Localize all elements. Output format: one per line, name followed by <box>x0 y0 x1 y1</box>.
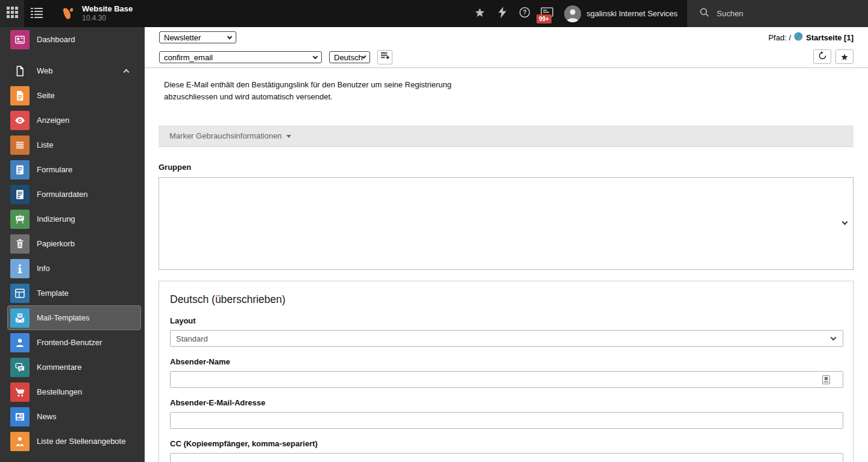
sidebar-item-label: Info <box>37 264 50 273</box>
bolt-icon <box>498 7 506 20</box>
comments-icon <box>10 358 30 377</box>
form-group: Absender-Name <box>170 357 843 388</box>
form-group: LayoutStandard <box>170 316 843 347</box>
field-label: Absender-E-Mail-Adresse <box>170 398 843 407</box>
sidebar-item-label: Dashboard <box>37 35 75 44</box>
marker-info-panel-toggle[interactable]: Marker Gebrauchsinformationen <box>159 125 854 147</box>
module-body: Diese E-Mail enthält den Bestätigungslin… <box>145 68 868 462</box>
sidebar-item-label: Seite <box>37 91 55 100</box>
sidebar-item-news[interactable]: News <box>7 404 141 429</box>
sidebar-item-liste[interactable]: Liste <box>7 133 141 157</box>
select-value: Standard <box>176 334 208 343</box>
module-content: Newsletter Pfad: / Startseite [1] confir… <box>145 27 868 462</box>
sidebar-item-label: Indizierung <box>37 214 75 223</box>
template-type-value: Newsletter <box>164 33 201 42</box>
new-record-icon <box>380 52 389 63</box>
sidebar-item-mail-templates[interactable]: Mail-Templates <box>7 305 141 330</box>
topbar-search[interactable]: Suchen <box>687 0 868 27</box>
section-fields: LayoutStandardAbsender-NameAbsender-E-Ma… <box>170 316 843 462</box>
user-icon <box>10 333 30 352</box>
mail-template-select[interactable]: confirm_email <box>159 51 322 63</box>
sidebar-item-label: Anzeigen <box>37 116 69 125</box>
sidebar-item-template[interactable]: Template <box>7 281 141 305</box>
sidebar-item-label: Mail-Templates <box>37 313 89 322</box>
sidebar-item-anzeigen[interactable]: Anzeigen <box>7 108 141 133</box>
modulemenu-grid-icon <box>7 7 18 20</box>
mail-template-icon <box>10 308 30 328</box>
jobs-icon <box>10 432 30 451</box>
sidebar-item-label: Web <box>37 66 53 75</box>
cart-icon <box>10 382 30 402</box>
absender-e-mail-adresse-input[interactable] <box>170 412 843 429</box>
notification-count-badge: 99+ <box>536 14 552 23</box>
sidebar-item-label: Frontend-Benutzer <box>37 338 102 347</box>
web-icon <box>10 61 30 81</box>
sidebar-item-formulare[interactable]: Formulare <box>7 157 141 182</box>
user-menu-button[interactable]: sgalinski Internet Services <box>558 0 687 27</box>
help-icon: ? <box>519 7 530 20</box>
toc-list-icon <box>31 7 43 20</box>
help-toolbar-button[interactable]: ? <box>514 0 536 27</box>
language-select[interactable]: Deutsch <box>329 51 370 63</box>
page-icon <box>10 86 30 105</box>
refresh-icon <box>818 51 827 63</box>
form-data-icon <box>10 185 30 204</box>
typo3-version: 10.4.30 <box>82 14 133 23</box>
sidebar-item-label: Liste <box>37 140 53 149</box>
bookmark-button[interactable]: ★ <box>835 49 854 64</box>
list-icon <box>10 136 30 155</box>
groups-multiselect[interactable] <box>159 177 854 270</box>
breadcrumb: Pfad: / Startseite [1] <box>769 32 854 43</box>
groups-label: Gruppen <box>159 163 854 172</box>
marker-info-label: Marker Gebrauchsinformationen <box>169 131 281 140</box>
topbar: Website Base 10.4.30 ? 99+ <box>0 0 868 27</box>
docheader: Newsletter Pfad: / Startseite [1] confir… <box>145 27 868 68</box>
sidebar-item-web[interactable]: Web <box>7 58 141 83</box>
clear-cache-toolbar-button[interactable] <box>491 0 514 27</box>
bookmarks-toolbar-button[interactable] <box>469 0 491 27</box>
sidebar-item-formulardaten[interactable]: Formulardaten <box>7 182 141 207</box>
sidebar-item-info[interactable]: Info <box>7 256 141 281</box>
panel-heading: Deutsch (überschrieben) <box>170 293 843 306</box>
search-icon <box>699 7 709 20</box>
form-group: CC (Kopieempfänger, komma-separiert) <box>170 439 843 462</box>
trash-icon <box>10 234 30 254</box>
cc-kopieempf-nger-komma-separiert-input[interactable] <box>170 453 843 462</box>
indexing-icon <box>10 210 30 229</box>
svg-text:?: ? <box>523 9 526 16</box>
avatar <box>564 5 581 22</box>
sidebar-item-liste-der-stellenangebote[interactable]: Liste der Stellenangebote <box>7 429 141 454</box>
chevron-down-icon <box>313 54 318 58</box>
layout-select[interactable]: Standard <box>170 330 843 347</box>
refresh-button[interactable] <box>813 49 831 64</box>
template-type-select[interactable]: Newsletter <box>159 31 236 43</box>
username: sgalinski Internet Services <box>587 9 678 18</box>
sidebar-item-label: News <box>37 412 57 421</box>
sidebar-item-kommentare[interactable]: Kommentare <box>7 355 141 379</box>
sidebar-item-dashboard[interactable]: Dashboard <box>7 27 141 52</box>
language-override-panel: Deutsch (überschrieben) LayoutStandardAb… <box>159 281 854 462</box>
page-tree-toggle-button[interactable] <box>24 0 49 27</box>
sidebar-item-indizierung[interactable]: Indizierung <box>7 207 141 231</box>
globe-icon <box>794 32 803 43</box>
chevron-down-icon <box>227 34 232 39</box>
system-information-toolbar-button[interactable]: 99+ <box>536 0 558 27</box>
template-icon <box>10 284 30 303</box>
value-picker-icon[interactable] <box>822 375 830 384</box>
sidebar-item-label: Template <box>37 289 69 298</box>
sidebar-item-papierkorb[interactable]: Papierkorb <box>7 231 141 256</box>
sidebar-item-label: Formulare <box>37 165 72 174</box>
bookmark-star-icon: ★ <box>840 52 848 61</box>
sidebar-item-label: Papierkorb <box>37 239 75 248</box>
news-icon <box>10 407 30 426</box>
chevron-up-icon <box>124 69 130 75</box>
bookmarks-star-icon <box>474 7 485 20</box>
sidebar-item-seite[interactable]: Seite <box>7 83 141 108</box>
absender-name-input[interactable] <box>170 371 843 388</box>
current-page-title[interactable]: Startseite [1] <box>806 33 854 42</box>
sidebar-item-bestellungen[interactable]: Bestellungen <box>7 379 141 404</box>
field-label: Layout <box>170 316 843 325</box>
module-menu-toggle-button[interactable] <box>0 0 24 27</box>
sidebar-item-frontend-benutzer[interactable]: Frontend-Benutzer <box>7 330 141 355</box>
new-record-button[interactable] <box>377 50 392 64</box>
